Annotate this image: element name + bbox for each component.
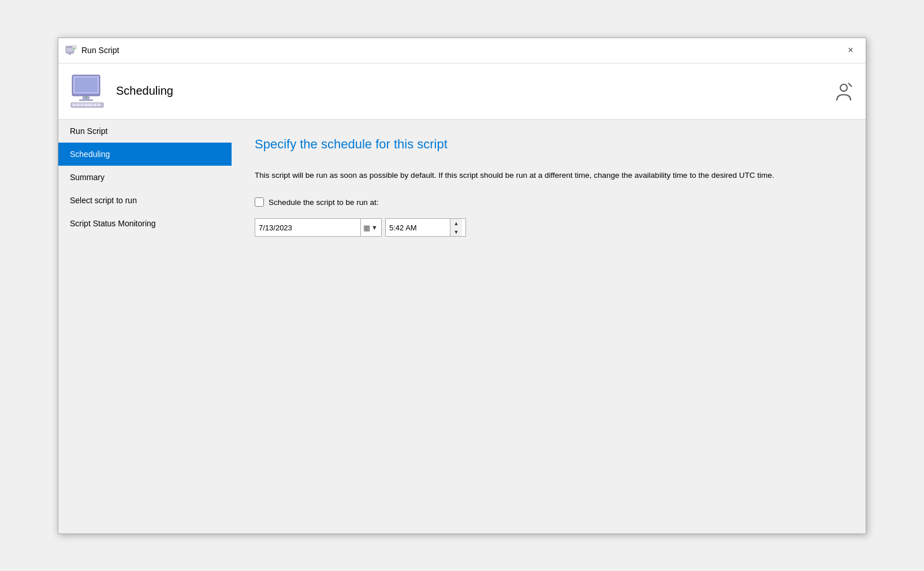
time-spinner: ▲ ▼ — [450, 219, 462, 236]
sidebar: Run Script Scheduling Summary Select scr… — [58, 120, 232, 533]
header-section: Scheduling — [58, 64, 866, 120]
svg-rect-12 — [72, 103, 76, 106]
date-field[interactable]: 7/13/2023 ▦ ▼ — [255, 218, 382, 237]
sidebar-item-script-status[interactable]: Script Status Monitoring — [58, 212, 232, 235]
svg-rect-16 — [93, 103, 96, 106]
description-text: This script will be run as soon as possi… — [255, 169, 774, 182]
sidebar-item-scheduling[interactable]: Scheduling — [58, 143, 232, 166]
svg-point-18 — [85, 96, 87, 98]
svg-rect-8 — [74, 77, 98, 92]
time-field[interactable]: 5:42 AM ▲ ▼ — [385, 218, 466, 237]
close-button[interactable]: × — [843, 42, 859, 58]
date-dropdown-icon: ▼ — [371, 224, 378, 231]
date-field-text: 7/13/2023 — [259, 223, 360, 232]
time-up-button[interactable]: ▲ — [450, 219, 462, 227]
sidebar-item-run-script[interactable]: Run Script — [58, 120, 232, 143]
date-dropdown-button[interactable]: ▦ ▼ — [360, 219, 378, 236]
svg-rect-15 — [84, 103, 92, 106]
main-content: Run Script Scheduling Summary Select scr… — [58, 120, 866, 533]
svg-rect-14 — [80, 103, 84, 106]
help-icon[interactable] — [833, 81, 854, 102]
checkbox-label: Schedule the script to be run at: — [269, 198, 379, 207]
svg-rect-3 — [69, 54, 71, 55]
svg-point-19 — [840, 84, 847, 91]
svg-text:+: + — [73, 46, 76, 50]
content-title: Specify the schedule for this script — [255, 137, 843, 152]
sidebar-item-select-script[interactable]: Select script to run — [58, 189, 232, 212]
header-left: Scheduling — [70, 73, 173, 110]
svg-rect-13 — [76, 103, 80, 106]
svg-rect-10 — [79, 99, 93, 101]
calendar-icon: ▦ — [363, 223, 370, 232]
header-title: Scheduling — [116, 84, 173, 98]
sidebar-item-summary[interactable]: Summary — [58, 166, 232, 189]
checkbox-container: Schedule the script to be run at: — [255, 197, 379, 207]
title-bar-left: + Run Script — [65, 44, 119, 56]
schedule-row: Schedule the script to be run at: — [255, 197, 843, 207]
run-script-title-icon: + — [65, 44, 77, 56]
svg-rect-17 — [97, 103, 100, 106]
content-panel: Specify the schedule for this script Thi… — [232, 120, 866, 533]
svg-line-20 — [848, 83, 852, 87]
title-bar-text: Run Script — [81, 46, 119, 55]
computer-icon — [70, 73, 107, 110]
datetime-row: 7/13/2023 ▦ ▼ 5:42 AM ▲ ▼ — [255, 218, 843, 237]
title-bar: + Run Script × — [58, 38, 866, 64]
dialog-window: + Run Script × — [58, 38, 866, 534]
svg-rect-2 — [66, 53, 73, 54]
time-down-button[interactable]: ▼ — [450, 227, 462, 236]
schedule-checkbox[interactable] — [255, 197, 264, 207]
time-field-text: 5:42 AM — [389, 223, 448, 232]
